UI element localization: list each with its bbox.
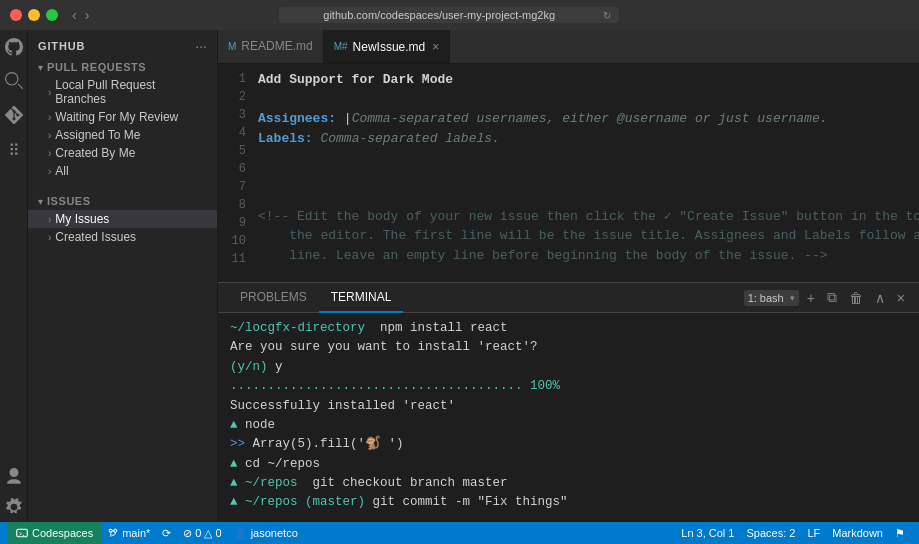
tab-terminal[interactable]: TERMINAL <box>319 283 404 313</box>
line-numbers: 1 2 3 4 5 6 7 8 9 10 11 <box>218 70 258 276</box>
status-right: Ln 3, Col 1 Spaces: 2 LF Markdown ⚑ <box>675 527 911 540</box>
spaces-label: Spaces: 2 <box>746 527 795 539</box>
tab-newissue[interactable]: M# NewIssue.md × <box>324 30 451 63</box>
sidebar: GitHub ··· ▾ PULL REQUESTS › Local Pull … <box>28 30 218 522</box>
line-5 <box>258 148 919 168</box>
chevron-icon: › <box>48 232 51 243</box>
git-icon[interactable] <box>3 104 25 126</box>
line-2 <box>258 90 919 110</box>
delete-terminal-icon[interactable]: 🗑 <box>845 288 867 308</box>
sidebar-item-created-by-me[interactable]: › Created By Me <box>28 144 217 162</box>
line-3: Assignees: |Comma-separated usernames, e… <box>258 109 919 129</box>
sidebar-item-local-branches[interactable]: › Local Pull Request Branches <box>28 76 217 108</box>
sidebar-item-assigned-to-me[interactable]: › Assigned To Me <box>28 126 217 144</box>
term-line-4: ....................................... … <box>230 377 907 396</box>
editor-content[interactable]: 1 2 3 4 5 6 7 8 9 10 11 Add Support for … <box>218 64 919 282</box>
add-terminal-icon[interactable]: + <box>803 288 819 308</box>
status-position[interactable]: Ln 3, Col 1 <box>675 527 740 539</box>
chevron-icon: › <box>48 214 51 225</box>
codespaces-button[interactable]: Codespaces <box>8 522 101 544</box>
status-user[interactable]: 👤 jasonetco <box>228 522 304 544</box>
terminal-section: PROBLEMS TERMINAL 1: bash ▾ + ⧉ 🗑 <box>218 282 919 522</box>
term-line-7: >> Array(5).fill('🐒 ') <box>230 435 907 454</box>
terminal-body[interactable]: ~/locgfx-directory npm install react Are… <box>218 313 919 522</box>
extensions-icon[interactable] <box>3 138 25 160</box>
status-spaces[interactable]: Spaces: 2 <box>740 527 801 539</box>
term-line-6: ▲ node <box>230 416 907 435</box>
chevron-icon: › <box>48 87 51 98</box>
codespaces-label: Codespaces <box>32 527 93 539</box>
tab-newissue-icon: M# <box>334 41 348 52</box>
settings-icon[interactable] <box>3 496 25 518</box>
account-icon[interactable] <box>3 466 25 488</box>
status-branch[interactable]: main* <box>101 522 156 544</box>
status-feedback[interactable]: ⚑ <box>889 527 911 540</box>
pr-section-label: PULL REQUESTS <box>47 61 146 73</box>
status-bar: Codespaces main* ⟳ ⊘ 0 △ 0 👤 jasonetco L… <box>0 522 919 544</box>
terminal-header: PROBLEMS TERMINAL 1: bash ▾ + ⧉ 🗑 <box>218 283 919 313</box>
maximize-button[interactable] <box>46 9 58 21</box>
close-terminal-icon[interactable]: × <box>893 288 909 308</box>
url-bar-container: github.com/codespaces/user-my-project-mg… <box>89 7 809 23</box>
branch-label: main* <box>122 527 150 539</box>
status-encoding[interactable]: LF <box>801 527 826 539</box>
app-body: GitHub ··· ▾ PULL REQUESTS › Local Pull … <box>0 30 919 522</box>
svg-rect-0 <box>17 529 28 537</box>
activity-bar <box>0 30 28 522</box>
nav-buttons: ‹ › <box>72 7 89 23</box>
sidebar-menu-icon[interactable]: ··· <box>195 38 207 54</box>
sidebar-item-waiting-review[interactable]: › Waiting For My Review <box>28 108 217 126</box>
line-10: line. Leave an empty line before beginni… <box>258 246 919 266</box>
line-6 <box>258 168 919 188</box>
tab-close-icon[interactable]: × <box>432 40 439 54</box>
shell-selector[interactable]: 1: bash <box>744 290 799 306</box>
issues-chevron-icon: ▾ <box>38 196 43 207</box>
code-lines: Add Support for Dark Mode Assignees: |Co… <box>258 70 919 276</box>
sync-icon: ⟳ <box>162 527 171 540</box>
split-terminal-icon[interactable]: ⧉ <box>823 287 841 308</box>
codespaces-icon <box>16 527 28 539</box>
shell-select-wrap[interactable]: 1: bash ▾ <box>744 290 799 306</box>
terminal-controls: 1: bash ▾ + ⧉ 🗑 ∧ × <box>744 287 909 308</box>
pull-requests-section[interactable]: ▾ PULL REQUESTS <box>28 58 217 76</box>
sidebar-item-created-issues[interactable]: › Created Issues <box>28 228 217 246</box>
user-icon: 👤 <box>234 527 248 540</box>
tab-readme-icon: M <box>228 41 236 52</box>
sidebar-header: GitHub ··· <box>28 30 217 58</box>
issues-section[interactable]: ▾ ISSUES <box>28 192 217 210</box>
refresh-icon: ↻ <box>603 10 611 21</box>
address-bar[interactable]: github.com/codespaces/user-my-project-mg… <box>279 7 619 23</box>
minimize-button[interactable] <box>28 9 40 21</box>
line-9: the editor. The first line will be the i… <box>258 226 919 246</box>
pr-chevron-icon: ▾ <box>38 62 43 73</box>
feedback-icon: ⚑ <box>895 527 905 540</box>
github-icon[interactable] <box>3 36 25 58</box>
term-line-9: ▲ ~/repos git checkout branch master <box>230 474 907 493</box>
term-line-2: Are you sure you want to install 'react'… <box>230 338 907 357</box>
close-button[interactable] <box>10 9 22 21</box>
sidebar-title: GitHub <box>38 40 85 52</box>
tab-bar: M README.md M# NewIssue.md × <box>218 30 919 64</box>
status-errors[interactable]: ⊘ 0 △ 0 <box>177 522 227 544</box>
back-button[interactable]: ‹ <box>72 7 77 23</box>
tab-newissue-label: NewIssue.md <box>353 40 426 54</box>
line-11 <box>258 265 919 276</box>
tab-readme[interactable]: M README.md <box>218 30 324 63</box>
line-4: Labels: Comma-separated labels. <box>258 129 919 149</box>
search-icon[interactable] <box>3 70 25 92</box>
errors-label: ⊘ 0 <box>183 527 201 540</box>
status-sync[interactable]: ⟳ <box>156 522 177 544</box>
chevron-icon: › <box>48 166 51 177</box>
chevron-up-icon[interactable]: ∧ <box>871 288 889 308</box>
window-controls <box>10 9 58 21</box>
tab-readme-label: README.md <box>241 39 312 53</box>
chevron-icon: › <box>48 148 51 159</box>
line-8: <!-- Edit the body of your new issue the… <box>258 207 919 227</box>
sidebar-item-all[interactable]: › All <box>28 162 217 180</box>
status-language[interactable]: Markdown <box>826 527 889 539</box>
term-line-3: (y/n) y <box>230 358 907 377</box>
tab-problems[interactable]: PROBLEMS <box>228 283 319 313</box>
url-text: github.com/codespaces/user-my-project-mg… <box>323 9 555 21</box>
term-line-5: Successfully installed 'react' <box>230 397 907 416</box>
sidebar-item-my-issues[interactable]: › My Issues <box>28 210 217 228</box>
